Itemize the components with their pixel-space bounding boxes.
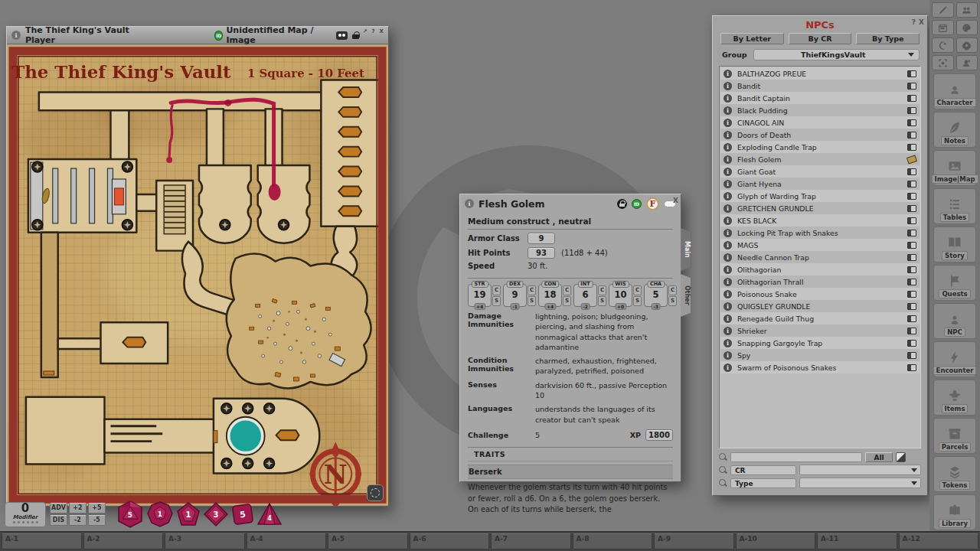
sidebar-button[interactable]: NPC <box>933 303 976 339</box>
npc-list-item[interactable]: i QUIGSLEY GRUNDLE <box>720 300 920 312</box>
hotkey-slot[interactable]: A-10 <box>736 533 816 549</box>
sidebar-button[interactable]: Character <box>933 73 976 109</box>
xp-value[interactable]: 1800 <box>645 429 673 441</box>
tab-other[interactable]: Other <box>681 274 691 317</box>
info-icon[interactable]: i <box>724 70 732 78</box>
d8-die[interactable]: 3 <box>203 501 229 527</box>
statblock-titlebar[interactable]: i Flesh Golem ID F <box>460 194 681 213</box>
close-icon[interactable]: X <box>673 197 678 204</box>
ability-score-box[interactable]: DEX 9 -1 <box>503 284 527 307</box>
ability-save-button[interactable]: S <box>492 296 501 306</box>
help-icon[interactable]: ? <box>372 28 375 34</box>
ability-score-box[interactable]: WIS 10 +0 <box>609 284 632 307</box>
sidebar-button[interactable]: Tokens <box>933 456 976 492</box>
ability-save-button[interactable]: S <box>528 296 536 306</box>
link-icon[interactable] <box>907 328 916 334</box>
ability-score-box[interactable]: CHA 5 -3 <box>644 284 668 307</box>
close-icon[interactable]: X <box>919 18 924 26</box>
sidebar-button[interactable]: Story <box>933 227 976 262</box>
ability-save-button[interactable]: S <box>563 296 571 306</box>
info-icon[interactable]: i <box>724 253 732 262</box>
tab-main[interactable]: Main <box>681 228 691 271</box>
sidebar-button[interactable]: Tables <box>933 188 976 224</box>
modifier-box[interactable]: 0 Modifier <box>5 502 46 527</box>
link-icon[interactable] <box>907 364 916 371</box>
link-icon[interactable] <box>907 340 916 347</box>
map-window-titlebar[interactable]: i The Thief King's Vault Player ID Unide… <box>7 27 388 44</box>
link-icon[interactable] <box>907 132 916 139</box>
link-icon[interactable] <box>907 242 916 249</box>
lock-icon[interactable] <box>617 199 627 209</box>
npc-list-item[interactable]: i Bandit Captain <box>720 92 920 104</box>
info-icon[interactable]: i <box>724 192 732 201</box>
sidebar-button[interactable]: Quests <box>933 265 976 301</box>
roll-modifier-button[interactable]: +2 <box>69 503 87 514</box>
player-vision-icon[interactable] <box>336 31 348 40</box>
info-icon[interactable]: i <box>724 155 732 164</box>
ability-check-button[interactable]: C <box>633 285 642 295</box>
ability-check-button[interactable]: C <box>492 285 501 295</box>
npc-list-item[interactable]: i Glyph of Warding Trap <box>720 190 920 202</box>
help-icon[interactable]: ? <box>912 18 916 26</box>
link-icon[interactable] <box>907 119 916 126</box>
sidebar-button[interactable]: Items <box>933 380 976 416</box>
vault-map-image[interactable]: N The Thief King's Vault 1 Square - 10 F… <box>7 44 388 506</box>
popout-icon[interactable]: ↗ <box>363 28 368 34</box>
link-icon[interactable] <box>907 315 916 322</box>
link-icon[interactable] <box>906 155 917 164</box>
sidebar-button[interactable]: Library <box>933 494 976 530</box>
sidebar-button[interactable]: Image|Map <box>933 150 976 186</box>
ability-score-box[interactable]: STR 19 +4 <box>468 284 492 307</box>
ability-score-box[interactable]: INT 6 -2 <box>573 284 597 307</box>
npc-list-item[interactable]: i Black Pudding <box>720 104 920 116</box>
map-zoom-control[interactable] <box>367 484 384 501</box>
type-filter-select[interactable] <box>799 478 921 488</box>
d6-die[interactable]: 5 <box>230 502 255 527</box>
npc-list-item[interactable]: i Olithagorian <box>720 263 920 276</box>
colors-button[interactable] <box>956 20 978 35</box>
npc-list-item[interactable]: i Olithagorian Thrall <box>720 276 920 288</box>
sidebar-button[interactable]: Parcels <box>933 418 976 454</box>
link-icon[interactable] <box>907 144 916 151</box>
npc-list-item[interactable]: i Flesh Golem <box>720 153 920 165</box>
roll-modifier-button[interactable]: ADV <box>50 503 67 514</box>
npc-list-item[interactable]: i Giant Hyena <box>720 178 920 190</box>
d12-die[interactable]: 1 <box>146 500 174 528</box>
identified-badge-icon[interactable]: ID <box>632 199 642 209</box>
info-icon[interactable]: i <box>724 339 732 347</box>
npc-list-item[interactable]: i Poisonous Snake <box>720 288 920 300</box>
ability-save-button[interactable]: S <box>668 296 677 306</box>
hotkey-slot[interactable]: A-3 <box>165 533 245 549</box>
effects-button[interactable] <box>956 55 978 70</box>
npc-list-item[interactable]: i MAGS <box>720 239 920 251</box>
ability-score-box[interactable]: CON 18 +4 <box>538 284 562 307</box>
npcs-window-titlebar[interactable]: NPCs ? X <box>713 16 927 33</box>
info-icon[interactable]: i <box>724 241 732 249</box>
link-icon[interactable] <box>907 107 916 114</box>
npc-list-item[interactable]: i Bandit <box>720 80 920 92</box>
npc-list-item[interactable]: i Renegade Guild Thug <box>720 312 920 324</box>
info-icon[interactable]: i <box>724 143 732 152</box>
party-button[interactable] <box>956 2 978 18</box>
info-icon[interactable]: i <box>724 131 732 139</box>
quill-tool-button[interactable] <box>932 2 954 18</box>
npc-list[interactable]: i BALTHAZOG PREUE i Bandit i Bandit Capt… <box>719 66 921 448</box>
sidebar-button[interactable]: Encounter <box>933 341 976 377</box>
hotkey-slot[interactable]: A-1 <box>2 533 82 549</box>
info-icon[interactable]: i <box>724 327 732 335</box>
npc-list-item[interactable]: i Exploding Candle Trap <box>720 141 920 153</box>
identified-badge-icon[interactable]: ID <box>214 31 223 41</box>
info-icon[interactable]: i <box>724 229 732 237</box>
faction-token-icon[interactable]: F <box>646 197 659 210</box>
link-icon[interactable] <box>907 291 916 298</box>
link-icon[interactable] <box>907 95 916 102</box>
info-icon[interactable]: i <box>724 351 732 360</box>
info-icon[interactable]: i <box>724 278 732 286</box>
info-icon[interactable]: i <box>724 106 732 115</box>
npc-list-item[interactable]: i CINAGOL AIN <box>720 116 920 129</box>
roll-modifier-button[interactable]: +5 <box>88 503 106 514</box>
roll-modifier-button[interactable]: -2 <box>69 515 87 526</box>
npc-list-item[interactable]: i Swarm of Poisonous Snakes <box>720 361 920 373</box>
token-lock-icon[interactable] <box>352 31 358 39</box>
npc-sort-tab[interactable]: By CR <box>789 33 852 44</box>
